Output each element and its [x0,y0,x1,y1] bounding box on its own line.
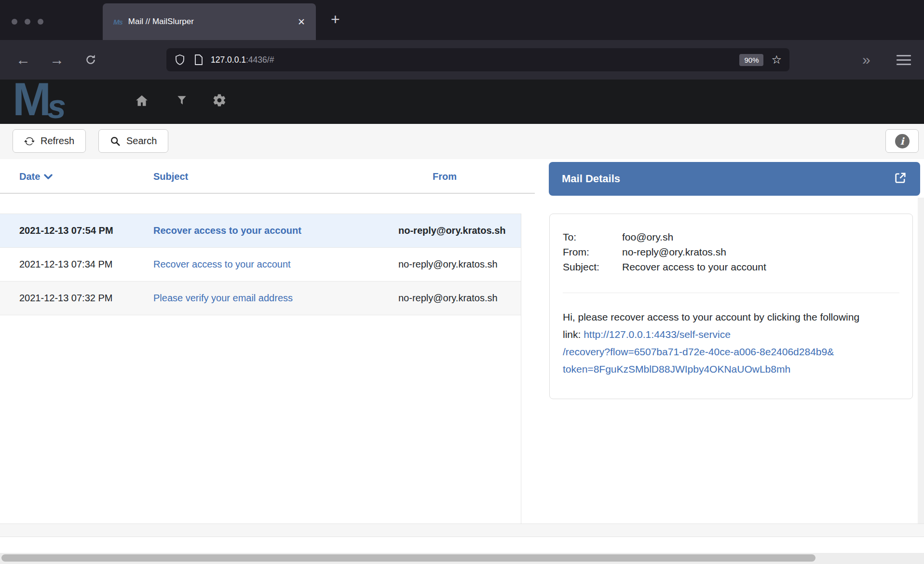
search-button[interactable]: Search [98,129,168,153]
browser-navbar: ← → 127.0.0.1:4436/# 90% ☆ » [0,40,924,80]
refresh-button[interactable]: Refresh [13,129,86,153]
to-value: foo@ory.sh [622,229,673,244]
header-divider [0,193,535,194]
body-divider [563,293,899,293]
mail-row[interactable]: 2021-12-13 07:32 PM Please verify your e… [0,282,521,315]
url-bar[interactable]: 127.0.0.1:4436/# 90% ☆ [166,48,789,71]
sort-chevron-down-icon [44,174,53,180]
mail-list: 2021-12-13 07:54 PM Recover access to yo… [0,214,521,524]
new-tab-button[interactable]: + [331,11,340,28]
window-controls[interactable] [12,19,43,25]
overflow-chevrons-icon[interactable]: » [862,40,870,80]
reload-button[interactable] [84,40,97,80]
mail-row[interactable]: 2021-12-13 07:34 PM Recover access to yo… [0,248,521,282]
funnel-icon [176,93,188,107]
column-header-date[interactable]: Date [19,171,53,182]
recovery-link[interactable]: http://127.0.0.1:4433/self-service /reco… [563,329,834,375]
tab-favicon-icon: Ms [113,18,122,26]
refresh-icon [24,136,35,147]
reload-icon [84,54,97,66]
column-header-subject[interactable]: Subject [153,171,188,182]
url-path: :4436/# [246,55,274,65]
browser-tab-strip: Ms Mail // MailSlurper ✕ + [0,0,924,40]
mail-details-header: Mail Details [549,162,920,196]
from-header-label: From [433,171,457,182]
bookmark-star-icon[interactable]: ☆ [771,53,782,67]
page-icon[interactable] [193,54,204,66]
mail-subject-link[interactable]: Please verify your email address [153,291,398,306]
to-label: To: [563,229,622,244]
mail-subject-link[interactable]: Recover access to your account [153,223,398,238]
from-value: no-reply@ory.kratos.sh [622,244,726,259]
menu-hamburger-icon[interactable] [897,55,911,68]
mail-from: no-reply@ory.kratos.sh [398,223,521,238]
horizontal-scrollbar[interactable] [0,553,924,564]
url-host: 127.0.0.1 [211,55,246,65]
from-label: From: [563,244,622,259]
search-label: Search [126,135,157,147]
date-header-label: Date [19,171,40,182]
mail-from: no-reply@ory.kratos.sh [398,291,521,306]
tab-title: Mail // MailSlurper [128,17,194,27]
main-content: Date Subject From 2021-12-13 07:54 PM Re… [0,159,924,564]
search-icon [110,136,121,147]
zoom-level-badge[interactable]: 90% [739,54,763,66]
shield-icon[interactable] [174,54,186,66]
url-text: 127.0.0.1:4436/# [211,55,274,65]
home-nav-button[interactable] [134,93,149,110]
external-link-icon [894,171,907,185]
toolbar: Refresh Search i [0,124,924,159]
horizontal-scrollbar-thumb[interactable] [1,554,815,562]
app-header: Ms [0,80,924,124]
column-header-from[interactable]: From [433,171,457,182]
info-button[interactable]: i [885,129,919,153]
refresh-label: Refresh [41,135,74,147]
back-button[interactable]: ← [16,40,30,80]
browser-tab[interactable]: Ms Mail // MailSlurper ✕ [103,3,316,40]
subject-label: Subject: [563,259,622,274]
home-icon [134,93,149,108]
mailslurper-logo: Ms [13,80,68,124]
open-external-button[interactable] [894,171,907,187]
forward-button[interactable]: → [50,40,64,80]
logo-m: M [13,80,49,124]
subject-header-label: Subject [153,171,188,182]
settings-nav-button[interactable] [212,93,227,109]
mail-date: 2021-12-13 07:34 PM [0,257,153,272]
filter-nav-button[interactable] [176,93,188,109]
mail-date: 2021-12-13 07:32 PM [0,291,153,306]
subject-value: Recover access to your account [622,259,766,274]
mail-date: 2021-12-13 07:54 PM [0,223,153,238]
tab-close-icon[interactable]: ✕ [298,16,305,27]
mail-from: no-reply@ory.kratos.sh [398,257,521,272]
mail-details-title: Mail Details [562,173,620,185]
gear-icon [212,93,227,107]
logo-s: s [47,88,66,124]
footer-strip [0,524,924,537]
mail-row-selected[interactable]: 2021-12-13 07:54 PM Recover access to yo… [0,214,521,248]
vertical-scrollbar-track[interactable] [918,198,924,524]
info-icon: i [895,134,910,148]
mail-body: Hi, please recover access to your accoun… [563,309,877,378]
mail-subject-link[interactable]: Recover access to your account [153,257,398,272]
mail-details-card: To:foo@ory.sh From:no-reply@ory.kratos.s… [549,214,913,399]
